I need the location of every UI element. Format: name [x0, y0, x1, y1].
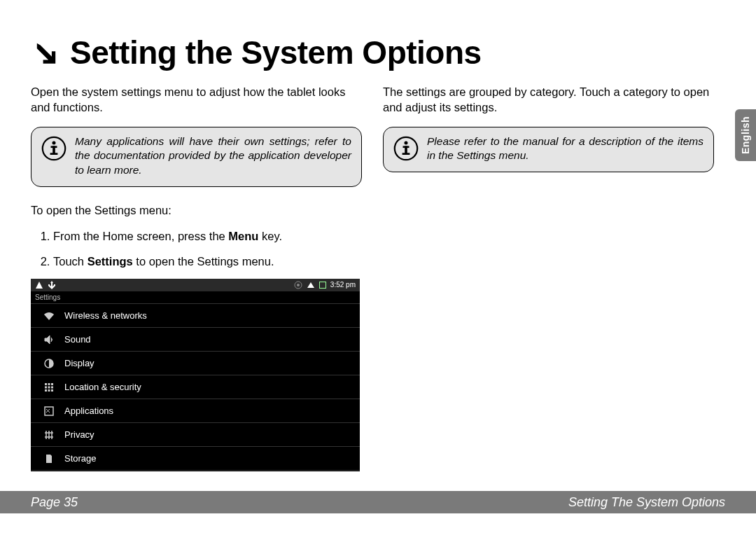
note-box-left: Many applications will have their own se…: [31, 127, 362, 188]
content-columns: Open the system settings menu to adjust …: [31, 84, 714, 471]
info-icon: [393, 136, 419, 161]
page-header: Setting the System Options: [31, 34, 725, 71]
note-text-right: Please refer to the manual for a descrip…: [427, 134, 704, 164]
apps-icon: [43, 406, 55, 417]
svg-rect-11: [45, 386, 47, 388]
settings-item-applications[interactable]: Applications: [31, 399, 360, 423]
settings-list: Wireless & networks Sound Display: [31, 304, 360, 471]
settings-item-wireless[interactable]: Wireless & networks: [31, 304, 360, 328]
settings-item-label: Wireless & networks: [64, 310, 147, 322]
svg-rect-10: [51, 383, 53, 385]
status-right: 3:52 pm: [294, 280, 356, 290]
settings-item-privacy[interactable]: Privacy: [31, 423, 360, 447]
settings-item-storage[interactable]: Storage: [31, 447, 360, 471]
manual-page: Setting the System Options Open the syst…: [0, 0, 756, 533]
settings-item-sound[interactable]: Sound: [31, 328, 360, 352]
settings-screen-title: Settings: [31, 291, 360, 304]
intro-left: Open the system settings menu to adjust …: [31, 84, 362, 116]
intro-right: The settings are grouped by category. To…: [383, 84, 714, 116]
speaker-icon: [43, 334, 55, 345]
svg-rect-9: [48, 383, 50, 385]
svg-rect-17: [45, 407, 53, 415]
wifi-icon: [43, 310, 55, 321]
steps-intro: To open the Settings menu:: [31, 202, 362, 218]
svg-rect-15: [48, 389, 50, 392]
settings-item-label: Location & security: [64, 381, 141, 394]
page-footer: Page 35 Setting The System Options: [0, 491, 756, 513]
settings-item-label: Applications: [64, 405, 113, 417]
svg-rect-13: [51, 386, 53, 388]
steps-list: From the Home screen, press the Menu key…: [31, 228, 362, 270]
settings-item-label: Display: [64, 357, 94, 370]
step-2: Touch Settings to open the Settings menu…: [53, 254, 362, 269]
wifi-status-icon: [307, 281, 315, 289]
page-title: Setting the System Options: [70, 34, 482, 71]
svg-point-6: [297, 284, 300, 286]
status-left: [35, 281, 56, 289]
settings-item-label: Storage: [64, 452, 97, 465]
svg-rect-8: [45, 383, 47, 385]
svg-rect-14: [45, 389, 47, 392]
grid-icon: [43, 382, 55, 393]
footer-section-title: Setting The System Options: [568, 495, 725, 510]
svg-rect-16: [51, 389, 53, 392]
svg-rect-4: [50, 153, 58, 155]
tablet-screenshot: 3:52 pm Settings Wireless & networks: [31, 279, 360, 471]
privacy-icon: [43, 429, 55, 441]
footer-page-number: Page 35: [31, 495, 78, 510]
status-time: 3:52 pm: [330, 280, 356, 290]
left-column: Open the system settings menu to adjust …: [31, 84, 362, 471]
svg-rect-27: [402, 153, 410, 155]
sd-card-icon: [43, 453, 55, 464]
right-column: The settings are grouped by category. To…: [383, 84, 714, 471]
language-tab-label: English: [740, 116, 751, 154]
svg-point-1: [52, 141, 55, 144]
language-tab[interactable]: English: [735, 109, 756, 161]
settings-item-display[interactable]: Display: [31, 352, 360, 375]
brightness-icon: [43, 358, 55, 369]
note-text-left: Many applications will have their own se…: [75, 134, 351, 179]
battery-icon: [319, 282, 326, 289]
arrow-down-right-icon: [31, 37, 62, 68]
svg-rect-12: [48, 386, 50, 388]
warning-icon: [35, 281, 43, 289]
signal-icon: [294, 281, 302, 289]
usb-icon: [48, 281, 56, 289]
info-icon: [41, 136, 66, 161]
settings-item-label: Sound: [64, 333, 91, 346]
step-1: From the Home screen, press the Menu key…: [53, 228, 362, 244]
settings-item-label: Privacy: [64, 429, 94, 441]
status-bar: 3:52 pm: [31, 279, 360, 291]
note-box-right: Please refer to the manual for a descrip…: [383, 127, 714, 173]
svg-point-24: [404, 141, 407, 144]
settings-item-location[interactable]: Location & security: [31, 375, 360, 399]
